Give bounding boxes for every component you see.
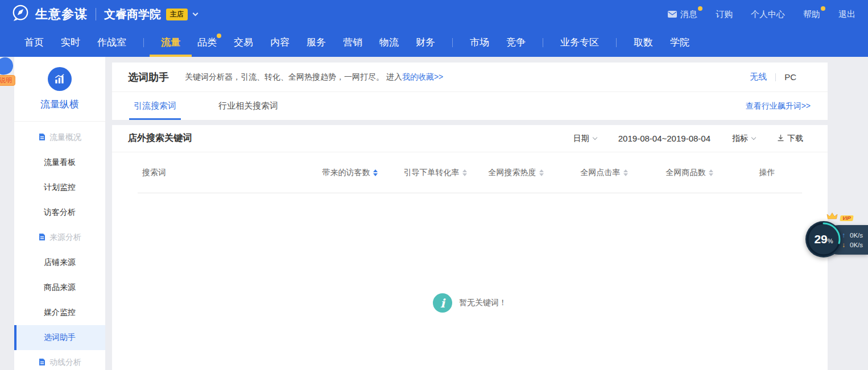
download-arrow-icon: ↓	[842, 241, 845, 249]
sidebar-section-source-analysis[interactable]: 来源分析	[14, 225, 105, 250]
nav-item-realtime[interactable]: 实时	[61, 28, 80, 57]
help-badge[interactable]: 说明	[0, 75, 15, 86]
help-mascot[interactable]: 说明	[0, 57, 15, 86]
topbar-item-messages[interactable]: 消息	[668, 9, 697, 20]
sidebar-section-traffic-overview[interactable]: 流量概况	[14, 125, 105, 150]
nav-item-war-room[interactable]: 作战室	[97, 28, 126, 57]
column-header-visitors[interactable]: 带来的访客数	[300, 168, 400, 178]
topbar-item-label: 消息	[680, 9, 697, 20]
tab-label: 引流搜索词	[134, 101, 176, 111]
brand-divider	[96, 8, 96, 20]
favorites-link[interactable]: 我的收藏>>	[402, 72, 443, 81]
sort-icon[interactable]	[462, 169, 467, 176]
column-header-keyword: 搜索词	[138, 168, 300, 178]
compass-logo-icon	[11, 4, 30, 24]
notification-dot	[217, 34, 221, 38]
info-icon: i	[433, 293, 452, 313]
nav-divider	[452, 38, 453, 47]
download-icon	[777, 134, 784, 143]
section-doc-icon	[38, 133, 46, 143]
active-tab-underline	[150, 55, 192, 57]
vip-label: VIP	[840, 215, 854, 221]
download-button[interactable]: 下载	[777, 134, 803, 144]
topbar-item-profile[interactable]: 个人中心	[751, 9, 785, 20]
device-option-wireless[interactable]: 无线	[750, 72, 767, 82]
nav-divider	[543, 38, 543, 47]
industry-rising-words-link[interactable]: 查看行业飙升词>>	[746, 101, 811, 111]
nav-item-competition[interactable]: 竞争	[506, 28, 526, 57]
download-speed-widget[interactable]: ↑ 0K/s ↓ 0K/s 29% VIP	[801, 221, 868, 259]
sidebar-section-path-analysis[interactable]: 动线分析	[14, 350, 105, 370]
device-toggle: 无线 PC	[750, 72, 796, 82]
sidebar-item-item-source[interactable]: 商品来源	[14, 275, 105, 300]
sidebar-section-label: 动线分析	[49, 357, 81, 368]
sidebar-item-word-assistant[interactable]: 选词助手	[14, 325, 105, 350]
app-name[interactable]: 生意参谋	[35, 6, 88, 23]
column-header-click-rate[interactable]: 全网点击率	[561, 168, 647, 178]
empty-state-text: 暂无关键词！	[459, 298, 507, 308]
tab-label: 行业相关搜索词	[218, 101, 278, 111]
download-label: 下载	[787, 134, 803, 144]
table-header-row: 搜索词 带来的访客数 引导下单转化率 全网搜索热度 全网点击率 全网商品数 操作	[138, 152, 802, 193]
shop-name[interactable]: 文睿商学院	[104, 7, 161, 22]
progress-circle[interactable]: 29%	[805, 221, 842, 257]
nav-item-market[interactable]: 市场	[470, 28, 489, 57]
tab-traffic-keywords[interactable]: 引流搜索词	[129, 92, 181, 120]
sidebar-module-header: 流量纵横	[14, 57, 105, 122]
empty-state: i 暂无关键词！	[112, 293, 828, 313]
column-header-search-heat[interactable]: 全网搜索热度	[470, 168, 561, 178]
sort-icon[interactable]	[539, 169, 544, 176]
tab-industry-keywords[interactable]: 行业相关搜索词	[214, 92, 283, 120]
mail-icon	[668, 10, 677, 19]
traffic-module-icon	[48, 67, 72, 91]
nav-item-finance[interactable]: 财务	[416, 28, 435, 57]
nav-item-traffic[interactable]: 流量	[161, 28, 180, 57]
topbar-item-label: 订购	[716, 9, 733, 20]
progress-percent: 29%	[814, 232, 833, 246]
metric-filter-dropdown[interactable]: 指标	[732, 134, 755, 144]
column-header-item-count[interactable]: 全网商品数	[647, 168, 732, 178]
topbar-item-help[interactable]: 帮助	[803, 9, 820, 20]
mascot-icon	[0, 56, 15, 76]
topbar-item-label: 退出	[838, 9, 855, 20]
sidebar-item-traffic-dashboard[interactable]: 流量看板	[14, 150, 105, 175]
notification-dot	[821, 6, 825, 11]
nav-item-trade[interactable]: 交易	[234, 28, 253, 57]
table-toolbar: 店外搜索关键词 日期 2019-08-04~2019-08-04 指标 下载	[112, 125, 828, 152]
sort-icon[interactable]	[623, 169, 628, 176]
date-range-value[interactable]: 2019-08-04~2019-08-04	[618, 134, 710, 143]
sort-icon[interactable]	[709, 169, 713, 176]
device-option-pc[interactable]: PC	[784, 72, 796, 82]
topbar-item-subscribe[interactable]: 订购	[716, 9, 733, 20]
upload-arrow-icon: ↑	[842, 231, 845, 239]
section-doc-icon	[38, 233, 46, 243]
nav-item-data-extract[interactable]: 取数	[634, 28, 653, 57]
sort-icon[interactable]	[373, 169, 378, 176]
toolbar-controls: 日期 2019-08-04~2019-08-04 指标 下载	[573, 134, 803, 144]
nav-item-logistics[interactable]: 物流	[379, 28, 399, 57]
nav-item-business-zone[interactable]: 业务专区	[560, 28, 599, 57]
page-header: 选词助手 关键词分析器，引流、转化、全网热搜趋势，一网打尽。 进入我的收藏>> …	[112, 63, 828, 92]
topbar-item-logout[interactable]: 退出	[838, 9, 855, 20]
nav-item-category[interactable]: 品类	[197, 28, 217, 57]
date-filter-dropdown[interactable]: 日期	[573, 134, 597, 144]
sidebar-item-shop-source[interactable]: 店铺来源	[14, 250, 105, 275]
vip-badge[interactable]: VIP	[826, 212, 853, 222]
shop-chevron-down-icon[interactable]	[193, 10, 199, 16]
section-doc-icon	[38, 358, 46, 368]
nav-item-content[interactable]: 内容	[270, 28, 290, 57]
sidebar-item-plan-monitor[interactable]: 计划监控	[14, 175, 105, 200]
topbar-menu: 消息 订购 个人中心 帮助 退出	[668, 9, 855, 20]
upload-speed-row: ↑ 0K/s	[842, 231, 868, 239]
sidebar-item-visitor-analysis[interactable]: 访客分析	[14, 200, 105, 225]
nav-item-service[interactable]: 服务	[307, 28, 326, 57]
crown-icon	[826, 213, 838, 220]
nav-item-academy[interactable]: 学院	[670, 28, 689, 57]
topbar: 生意参谋 文睿商学院 主店 消息 订购 个人中心 帮助 退出	[0, 0, 868, 28]
nav-item-marketing[interactable]: 营销	[343, 28, 362, 57]
sidebar-item-media-monitor[interactable]: 媒介监控	[14, 300, 105, 325]
column-header-conversion-rate[interactable]: 引导下单转化率	[400, 168, 470, 178]
download-speed-value: 0K/s	[850, 242, 863, 248]
nav-item-home[interactable]: 首页	[24, 28, 44, 57]
main-nav: 首页 实时 作战室 流量 品类 交易 内容 服务 营销 物流 财务 市场 竞争 …	[0, 28, 868, 57]
